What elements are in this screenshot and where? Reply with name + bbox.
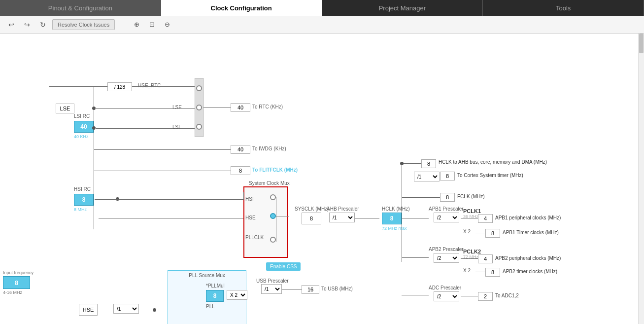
wire-apb1-peri: [461, 218, 478, 218]
tab-clock[interactable]: Clock Configuration: [161, 0, 322, 16]
usb-prescaler-select[interactable]: /1: [261, 284, 282, 294]
sysclk-val-box[interactable]: 8: [302, 213, 321, 224]
enable-css-button[interactable]: Enable CSS: [266, 262, 301, 271]
tab-pinout[interactable]: Pinout & Configuration: [0, 0, 161, 16]
wire-to-apb1: [402, 218, 429, 218]
wire-apb2-timer: [475, 272, 485, 272]
wire-div128-mux: [132, 86, 196, 87]
connector-dot-lse: [92, 107, 96, 110]
wire-apb2-peri: [461, 258, 478, 259]
connector-dot-hse: [153, 308, 156, 312]
hse-div1-select[interactable]: /1: [113, 304, 139, 314]
wire-hsi-vertical: [243, 192, 244, 199]
wire-adc: [461, 296, 478, 296]
hsi-rc-value[interactable]: 8: [74, 194, 94, 206]
wire-to-iwdg: [94, 149, 231, 150]
sysclk-mux-hse-radio[interactable]: [270, 213, 276, 219]
wire-usb: [282, 289, 302, 289]
lsi-value[interactable]: 40: [74, 121, 94, 133]
hse-block: HSE: [79, 304, 98, 316]
system-clock-mux: HSI HSE PLLCLK: [243, 186, 288, 258]
connector-dot-lsi: [92, 126, 96, 130]
hse-input-freq-label: Input frequency 8 4-16 MHz: [3, 270, 34, 295]
cortex-div-select[interactable]: /1: [414, 172, 440, 181]
lsi-rc-label: LSI RC: [74, 113, 90, 119]
apb1-peri-val: 4: [478, 214, 493, 223]
main-area: Input frequency 8 4-16 MHz LSI RC 40 40 …: [0, 34, 644, 324]
wire-hse-to-mux: [99, 218, 243, 218]
clock-diagram: Input frequency 8 4-16 MHz LSI RC 40 40 …: [0, 34, 638, 324]
apb2-timer-val: 8: [485, 268, 500, 277]
sysclk-mux-pll-radio[interactable]: [270, 237, 276, 243]
refresh-button[interactable]: ↻: [36, 19, 49, 31]
connector-dot-hclk: [400, 162, 404, 165]
pll-mul-select[interactable]: X 2: [227, 290, 247, 300]
pll-mul-val[interactable]: 8: [206, 290, 224, 302]
usb-val: 16: [302, 285, 319, 294]
tab-tools[interactable]: Tools: [483, 0, 644, 16]
wire-to-apb2: [402, 257, 429, 258]
zoom-out-button[interactable]: ⊖: [161, 19, 173, 30]
wire-hse-div128: [49, 86, 107, 87]
hsi-rc-label: HSI RC: [74, 186, 91, 192]
system-clock-mux-label: System Clock Mux: [249, 180, 290, 186]
wire-hclk-ahb: [402, 163, 421, 164]
apb2-peri-val: 4: [478, 254, 493, 263]
wire-to-flit: [94, 171, 231, 171]
resolve-clock-button[interactable]: Resolve Clock Issues: [52, 19, 115, 30]
ahb-prescaler-select[interactable]: /1: [329, 213, 355, 222]
flit-val-box[interactable]: 8: [231, 166, 250, 175]
undo-button[interactable]: ↩: [5, 19, 18, 31]
iwdg-val-box[interactable]: 40: [231, 145, 250, 154]
toolbar: ↩ ↪ ↻ Resolve Clock Issues ⊕ ⊡ ⊖: [0, 16, 644, 34]
wire-to-adc: [402, 295, 429, 295]
redo-button[interactable]: ↪: [21, 19, 34, 31]
lsi-label: LSI: [172, 124, 180, 130]
cortex-val: 8: [440, 172, 455, 180]
apb1-timer-val: 8: [485, 229, 500, 238]
lse-label: LSE: [172, 105, 182, 110]
lse-block: LSE: [56, 104, 74, 113]
mux-radio-2[interactable]: [196, 105, 202, 110]
sysclk-mux-hsi-radio[interactable]: [270, 194, 276, 200]
wire-fclk: [402, 197, 440, 198]
wire-hclk-vertical: [402, 163, 402, 262]
hse-freq-value[interactable]: 8: [3, 276, 30, 289]
mux-radio-1[interactable]: [196, 85, 202, 91]
rtc-val-box[interactable]: 40: [231, 103, 250, 112]
apb2-prescaler-select[interactable]: /2: [434, 253, 459, 263]
mux-radio-3[interactable]: [196, 124, 202, 130]
fclk-val: 8: [440, 193, 455, 202]
ahb-bus-val: 8: [421, 159, 436, 168]
zoom-fit-button[interactable]: ⊡: [146, 19, 158, 30]
div128-block: / 128: [107, 82, 132, 91]
zoom-in-button[interactable]: ⊕: [131, 19, 143, 30]
tab-project[interactable]: Project Manager: [322, 0, 483, 16]
rtc-mux: [195, 78, 203, 137]
nav-tabs: Pinout & Configuration Clock Configurati…: [0, 0, 644, 16]
scrollbar-right[interactable]: [638, 34, 644, 324]
apb1-prescaler-select[interactable]: /2: [434, 213, 459, 222]
wire-ahb-hclk: [355, 218, 379, 218]
adc-prescaler-select[interactable]: /2: [434, 291, 459, 301]
wire-to-rtc: [203, 108, 231, 108]
adc-val: 2: [478, 292, 493, 301]
wire-apb1-timer: [475, 233, 485, 233]
hclk-value[interactable]: 8: [382, 213, 402, 224]
wire-hsi-mux: [95, 199, 244, 200]
